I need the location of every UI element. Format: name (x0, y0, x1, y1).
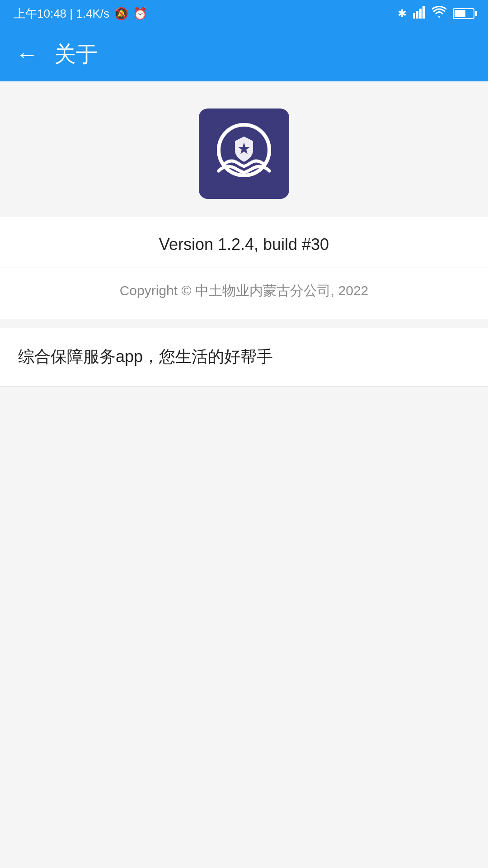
main-content: Version 1.2.4, build #30 Copyright © 中土物… (0, 81, 488, 868)
bell-off-icon: 🔕 (114, 7, 128, 21)
status-left: 上午10:48 | 1.4K/s 🔕 ⏰ (14, 6, 147, 22)
signal-icon (413, 6, 426, 21)
description-section: 综合保障服务app，您生活的好帮手 (0, 328, 488, 387)
battery-icon (453, 8, 474, 19)
version-text: Version 1.2.4, build #30 (159, 235, 329, 254)
divider-bottom (0, 305, 488, 305)
app-icon (199, 108, 289, 199)
page-title: 关于 (54, 40, 98, 69)
copyright-text: Copyright © 中土物业内蒙古分公司, 2022 (120, 268, 369, 305)
version-section: Version 1.2.4, build #30 Copyright © 中土物… (0, 217, 488, 319)
status-bar: 上午10:48 | 1.4K/s 🔕 ⏰ ✱ (0, 0, 488, 27)
wifi-icon (432, 6, 446, 21)
svg-rect-3 (422, 6, 425, 19)
bluetooth-icon: ✱ (398, 7, 407, 20)
back-button[interactable]: ← (14, 41, 41, 68)
alarm-icon: ⏰ (133, 7, 147, 21)
battery-fill (455, 10, 465, 17)
app-icon-section (0, 81, 488, 217)
description-text: 综合保障服务app，您生活的好帮手 (0, 328, 488, 386)
app-bar: ← 关于 (0, 27, 488, 81)
svg-rect-1 (416, 11, 418, 19)
svg-rect-0 (413, 13, 415, 19)
description-divider (0, 386, 488, 387)
svg-rect-2 (419, 9, 422, 19)
status-right: ✱ (398, 6, 474, 21)
status-time: 上午10:48 | 1.4K/s (14, 6, 109, 22)
